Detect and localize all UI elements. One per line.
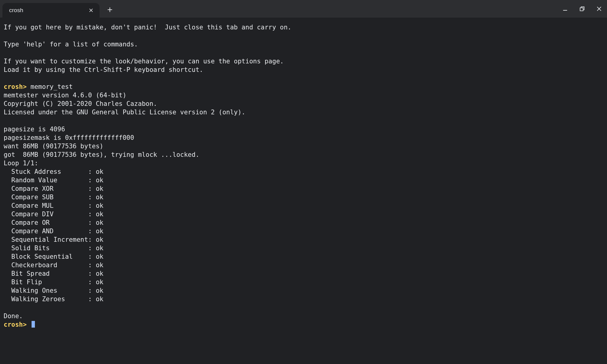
- test-status: : ok: [88, 278, 103, 286]
- test-status: : ok: [88, 185, 103, 192]
- test-name: Compare MUL: [11, 201, 88, 210]
- svg-rect-1: [580, 8, 583, 11]
- test-status: : ok: [88, 270, 103, 277]
- test-status: : ok: [88, 236, 103, 243]
- test-name: Compare AND: [11, 227, 88, 235]
- intro-line: If you got here by mistake, don't panic!…: [4, 23, 603, 32]
- intro-line: Load it by using the Ctrl-Shift-P keyboa…: [4, 66, 603, 74]
- test-status: : ok: [88, 177, 103, 184]
- test-status: : ok: [88, 194, 103, 201]
- test-row: Solid Bits: ok: [4, 244, 603, 252]
- test-status: : ok: [88, 219, 103, 226]
- tabstrip: crosh: [0, 0, 116, 18]
- test-status: : ok: [88, 295, 103, 303]
- test-row: Walking Ones: ok: [4, 286, 603, 295]
- minimize-icon: [562, 6, 568, 12]
- output-line: Copyright (C) 2001-2020 Charles Cazabon.: [4, 99, 603, 108]
- test-name: Compare DIV: [11, 210, 88, 218]
- close-window-button[interactable]: [594, 4, 604, 14]
- test-status: : ok: [88, 261, 103, 269]
- tab-crosh[interactable]: crosh: [2, 3, 100, 18]
- tab-title: crosh: [9, 7, 83, 14]
- test-name: Checkerboard: [11, 261, 88, 269]
- test-name: Compare OR: [11, 218, 88, 227]
- close-icon: [596, 6, 602, 12]
- output-line: Loop 1/1:: [4, 159, 603, 167]
- test-row: Stuck Address: ok: [4, 167, 603, 176]
- command-line: crosh> memory_test: [4, 83, 603, 91]
- intro-line: If you want to customize the look/behavi…: [4, 57, 603, 66]
- test-row: Compare SUB: ok: [4, 193, 603, 201]
- test-name: Compare SUB: [11, 193, 88, 201]
- test-status: : ok: [88, 244, 103, 252]
- test-row: Checkerboard: ok: [4, 261, 603, 269]
- test-name: Compare XOR: [11, 184, 88, 193]
- entered-command: memory_test: [31, 83, 73, 90]
- maximize-icon: [579, 6, 585, 12]
- test-name: Stuck Address: [11, 167, 88, 176]
- prompt-line: crosh>: [4, 320, 603, 329]
- test-name: Sequential Increment: [11, 235, 88, 244]
- test-name: Bit Flip: [11, 278, 88, 286]
- test-row: Bit Spread: ok: [4, 269, 603, 278]
- test-results: Stuck Address: okRandom Value: okCompare…: [4, 167, 603, 303]
- test-row: Compare AND: ok: [4, 227, 603, 235]
- test-name: Walking Ones: [11, 286, 88, 295]
- plus-icon: [107, 7, 113, 13]
- prompt: crosh>: [4, 321, 27, 328]
- close-tab-button[interactable]: [87, 6, 95, 15]
- prompt: crosh>: [4, 83, 27, 90]
- close-icon: [89, 8, 93, 13]
- new-tab-button[interactable]: [104, 4, 116, 16]
- output-line: pagesizemask is 0xfffffffffffff000: [4, 133, 603, 142]
- test-row: Sequential Increment: ok: [4, 235, 603, 244]
- output-line: pagesize is 4096: [4, 125, 603, 133]
- test-row: Bit Flip: ok: [4, 278, 603, 286]
- test-status: : ok: [88, 168, 103, 175]
- output-line: Done.: [4, 312, 603, 320]
- maximize-button[interactable]: [577, 4, 587, 14]
- test-name: Block Sequential: [11, 252, 88, 261]
- output-line: want 86MB (90177536 bytes): [4, 142, 603, 150]
- test-name: Walking Zeroes: [11, 295, 88, 303]
- minimize-button[interactable]: [560, 4, 570, 14]
- test-row: Block Sequential: ok: [4, 252, 603, 261]
- output-line: got 86MB (90177536 bytes), trying mlock …: [4, 150, 603, 159]
- test-name: Solid Bits: [11, 244, 88, 252]
- terminal-output[interactable]: If you got here by mistake, don't panic!…: [0, 18, 607, 364]
- test-row: Random Value: ok: [4, 176, 603, 184]
- test-status: : ok: [88, 202, 103, 209]
- intro-line: Type 'help' for a list of commands.: [4, 40, 603, 49]
- test-row: Compare OR: ok: [4, 218, 603, 227]
- test-name: Random Value: [11, 176, 88, 184]
- titlebar: crosh: [0, 0, 607, 18]
- test-status: : ok: [88, 253, 103, 260]
- test-row: Compare MUL: ok: [4, 201, 603, 210]
- test-row: Compare DIV: ok: [4, 210, 603, 218]
- output-line: Licensed under the GNU General Public Li…: [4, 108, 603, 116]
- test-row: Compare XOR: ok: [4, 184, 603, 193]
- test-name: Bit Spread: [11, 269, 88, 278]
- terminal-window: crosh If you got her: [0, 0, 607, 364]
- window-controls: [560, 0, 604, 18]
- test-status: : ok: [88, 228, 103, 235]
- output-line: memtester version 4.6.0 (64-bit): [4, 91, 603, 99]
- cursor: [32, 321, 35, 328]
- test-row: Walking Zeroes: ok: [4, 295, 603, 303]
- test-status: : ok: [88, 211, 103, 218]
- test-status: : ok: [88, 287, 103, 294]
